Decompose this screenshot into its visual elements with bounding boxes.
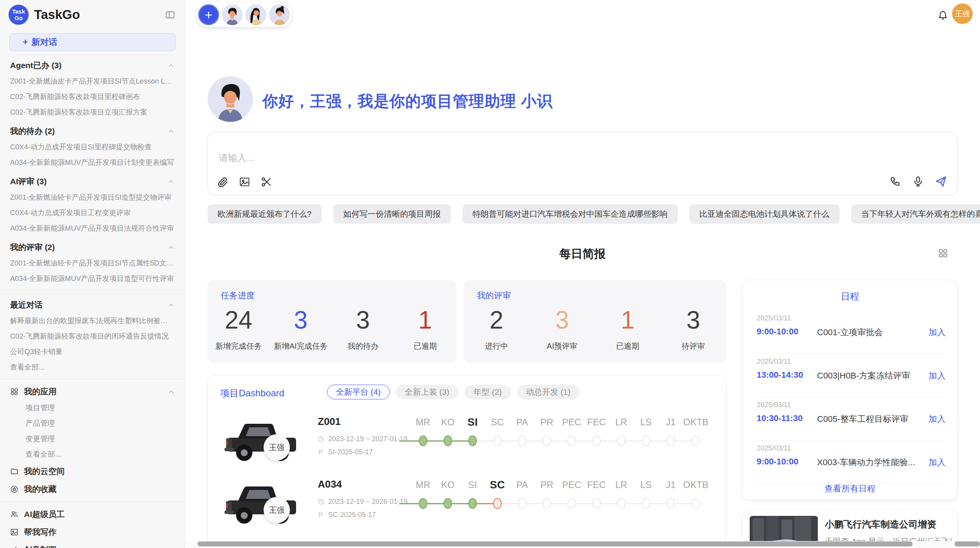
milestone-dot (567, 498, 576, 509)
sidebar-item-project-mgmt[interactable]: 项目管理 (26, 403, 175, 413)
schedule-event-title: C001-立项审批会 (817, 327, 883, 338)
milestone-label: LR (609, 417, 634, 428)
milestone-label: FEC (584, 480, 609, 490)
sidebar-item-change-mgmt[interactable]: 变更管理 (26, 434, 175, 444)
app-title: TaskGo (34, 7, 165, 22)
user-avatar[interactable]: 王强 (952, 3, 973, 24)
suggestion-chip[interactable]: 特朗普可能对进口汽车增税会对中国车企造成哪些影响 (463, 204, 678, 224)
join-link[interactable]: 加入 (929, 327, 946, 338)
metric-value: 1 (418, 308, 432, 332)
chevron-up-icon (168, 128, 175, 135)
schedule-title: 日程 (743, 290, 957, 303)
new-chat-button[interactable]: + 新对话 (9, 33, 176, 51)
grid-layout-icon[interactable] (938, 248, 948, 259)
project-vehicle-image (223, 478, 300, 528)
sidebar-collapse-icon[interactable] (165, 10, 175, 20)
microphone-icon[interactable] (912, 176, 924, 187)
metric-value: 24 (225, 308, 252, 332)
sidebar-item[interactable]: 解释最新出台的欧盟报废车法规再生塑料比例被调至15%... (10, 316, 175, 325)
suggestion-chip[interactable]: 欧洲新规最近颁布了什么? (207, 204, 322, 224)
join-link[interactable]: 加入 (929, 370, 946, 382)
filter-chip-body[interactable]: 全新上装 (3) (396, 385, 459, 399)
milestone-label: KO (435, 480, 460, 490)
greeting-text: 你好，王强，我是你的项目管理助理 小识 (262, 91, 553, 112)
metric-label: 待评审 (682, 341, 705, 351)
metric: 3 AI预评审 (529, 304, 595, 355)
sidebar-item[interactable]: Z001-全新燃油皮卡产品开发项目SI节点Lesson Learn报告 (10, 77, 175, 86)
assistant-avatar-3[interactable] (269, 4, 290, 25)
milestone-dot (617, 498, 625, 509)
section-header-my-todo[interactable]: 我的待办 (2) (10, 126, 175, 136)
composer-input[interactable] (219, 152, 761, 163)
scissors-icon[interactable] (260, 176, 272, 188)
send-icon[interactable] (935, 175, 947, 188)
suggestion-chip[interactable]: 比亚迪全固态电池计划具体说了什么 (689, 204, 840, 224)
view-all-link[interactable]: 查看全部... (10, 363, 175, 372)
sidebar-item-cloud-space[interactable]: 我的云空间 (10, 466, 175, 477)
sidebar-item-product-mgmt[interactable]: 产品管理 (26, 419, 175, 428)
milestone-label: SC (485, 479, 510, 491)
view-all-schedule-link[interactable]: 查看所有日程 (743, 483, 957, 495)
app-logo: Task Go (9, 5, 29, 25)
milestone-dot (419, 435, 427, 446)
schedule-item: 2025/03/11 9:00-10:00 X003-车辆动力学性能验... 加… (743, 440, 958, 484)
sidebar-item[interactable]: C0X4-动力总成开发项目SI里程碑提交物检查 (10, 142, 175, 152)
sidebar-item[interactable]: C02-飞腾新能源轻客改款项目里程碑画布 (10, 92, 175, 101)
sidebar-item[interactable]: C0X4-动力总成开发项目工程变更评审 (10, 208, 175, 217)
filter-chip-platform[interactable]: 全新平台 (4) (327, 385, 390, 399)
join-link[interactable]: 加入 (929, 457, 946, 468)
section-header-recent[interactable]: 最近对话 (10, 300, 175, 310)
sidebar-item[interactable]: Z001-全新燃油轻卡产品开发项目SI节点属性5D文件评审 (10, 259, 175, 268)
sidebar-item-label: 帮我写作 (24, 527, 57, 538)
paperclip-icon[interactable] (217, 176, 229, 188)
card-title: 任务进度 (221, 290, 255, 301)
milestone-dot (592, 435, 601, 446)
milestone-dot (419, 498, 427, 509)
assistant-avatar-2[interactable] (245, 4, 266, 25)
section-header-agent-done[interactable]: Agent已办 (3) (10, 60, 175, 70)
metric-label: 新增完成任务 (215, 341, 262, 351)
project-name: A034 (318, 478, 342, 490)
suggestion-chip[interactable]: 如何写一份清晰的项目周报 (333, 204, 451, 224)
section-title: 我的评审 (2) (10, 242, 55, 253)
assistant-avatar-1[interactable] (222, 4, 243, 25)
filter-chip-powertrain[interactable]: 动总开发 (1) (517, 385, 580, 399)
join-link[interactable]: 加入 (929, 413, 946, 425)
section-header-ai-review[interactable]: AI评审 (3) (10, 176, 175, 187)
bell-icon[interactable] (937, 9, 948, 20)
project-row[interactable]: 王强 Z001 2023-12-19 ~ 2027-01-19 SI-2025-… (208, 415, 726, 475)
view-all-link[interactable]: 查看全部... (26, 450, 175, 459)
news-title: 小鹏飞行汽车制造公司增资 (825, 518, 936, 531)
suggestion-chip[interactable]: 当下年轻人对汽车外观有怎样的喜好趋势 (851, 204, 980, 224)
divider (0, 379, 185, 379)
sidebar-item[interactable]: Z001-全新燃油轻卡产品开发项目SI造型提交物评审 (10, 193, 175, 202)
sidebar-item[interactable]: A034-全新新能源MUV产品开发项目造型可行性评审 (10, 274, 175, 283)
sidebar-item-write[interactable]: 帮我写作 (10, 527, 175, 538)
milestone-dot (543, 498, 551, 509)
sidebar-item-my-apps[interactable]: 我的应用 (10, 386, 175, 397)
horizontal-scrollbar-thumb[interactable] (197, 541, 913, 546)
sidebar-item-favorites[interactable]: 我的收藏 (10, 484, 175, 495)
phone-icon[interactable] (890, 176, 901, 187)
sidebar-item[interactable]: C02-飞腾新能源轻客改款项目立项汇报方案 (10, 108, 175, 117)
sidebar-item[interactable]: 公司Q3轻卡销量 (10, 347, 175, 356)
section-header-my-review[interactable]: 我的评审 (2) (10, 242, 175, 252)
horizontal-scrollbar-thumb-end[interactable] (954, 541, 980, 546)
sidebar-item-label: AI超级员工 (24, 509, 65, 520)
schedule-time: 9:00-10:00 (757, 457, 798, 467)
sidebar-item-draw[interactable]: 创意制图 (10, 545, 175, 548)
sidebar-item[interactable]: A034-全新新能源MUV产品开发项目法规符合性评审 (10, 224, 175, 233)
project-row[interactable]: 王强 A034 2023-12-19 ~ 2026-01-19 SC-2025-… (208, 478, 726, 538)
milestone-track: MRKOSISCPAPRPECFECLRLSJ1OKTB (411, 478, 708, 517)
milestone-track: MRKOSISCPAPRPECFECLRLSJ1OKTB (411, 416, 708, 454)
filter-chip-year[interactable]: 年型 (2) (464, 385, 511, 399)
image-icon[interactable] (239, 176, 250, 188)
metric-value: 3 (555, 308, 569, 332)
sidebar-item-ai-staff[interactable]: AI超级员工 (10, 509, 175, 520)
metric-value: 3 (294, 308, 308, 332)
sidebar-item[interactable]: A034-全新新能源MUV产品开发项目计划变更表编写 (10, 158, 175, 167)
sidebar-item[interactable]: C02-飞腾新能源轻客改款项目的闭环通告反馈情况 (10, 332, 175, 341)
milestone-dot (493, 498, 502, 509)
add-assistant-button[interactable]: + (198, 4, 219, 25)
chevron-up-icon (168, 244, 175, 251)
